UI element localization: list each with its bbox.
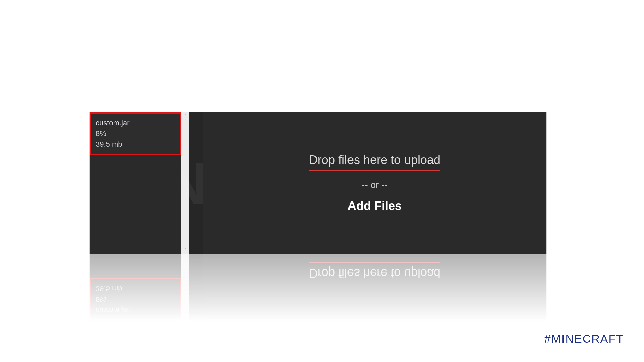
reflection: custom.jar 8% 39.5 mb ˄ ˅ Drop files her… (89, 254, 547, 321)
file-progress: 8% (96, 128, 175, 139)
scroll-up-button[interactable]: ˄ (182, 113, 189, 119)
scrollbar[interactable]: ˄ ˅ (181, 112, 189, 254)
drop-zone[interactable]: Drop files here to upload -- or -- Add F… (203, 112, 546, 254)
file-card[interactable]: custom.jar 8% 39.5 mb (90, 112, 181, 155)
drop-zone-title: Drop files here to upload (309, 153, 440, 171)
file-name: custom.jar (96, 118, 175, 128)
hashtag-label: #MINECRAFT (544, 332, 624, 345)
add-files-button[interactable]: Add Files (347, 199, 402, 213)
panel-row: custom.jar 8% 39.5 mb ˄ ˅ Drop files her… (89, 112, 547, 254)
file-list-panel: custom.jar 8% 39.5 mb (90, 112, 181, 254)
panel-divider (189, 112, 203, 254)
drop-zone-or: -- or -- (362, 180, 388, 190)
scroll-down-button[interactable]: ˅ (182, 247, 189, 253)
file-list-empty-area (90, 155, 181, 254)
file-size: 39.5 mb (96, 139, 175, 150)
upload-panel: NeuronVM custom.jar 8% 39.5 mb ˄ ˅ Drop … (89, 112, 547, 254)
